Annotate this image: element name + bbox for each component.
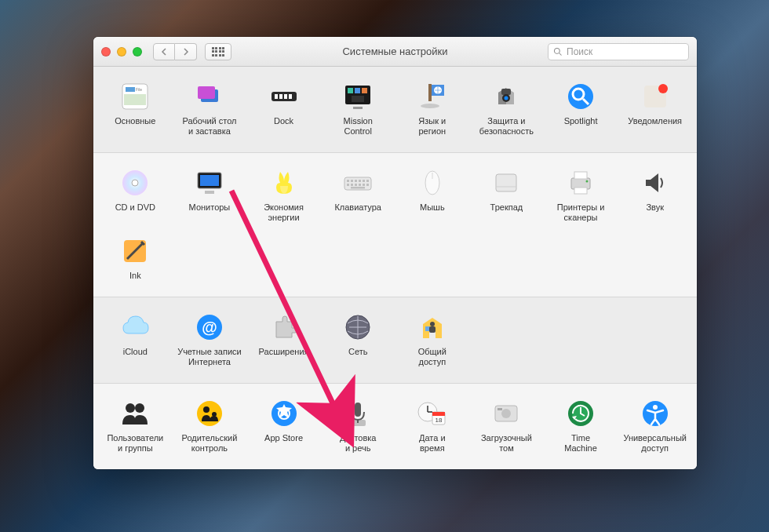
trackpad-icon <box>490 167 522 199</box>
language-region-icon <box>417 81 448 112</box>
svg-line-1 <box>559 53 562 55</box>
chevron-left-icon <box>161 48 167 56</box>
pref-dictation[interactable]: Диктовка и речь <box>321 395 395 457</box>
pref-users[interactable]: Пользователи и группы <box>98 395 173 457</box>
sharing-icon <box>417 312 448 343</box>
svg-rect-33 <box>200 175 219 186</box>
pref-energy[interactable]: Экономия энергии <box>246 164 321 226</box>
pref-label: Ink <box>129 271 141 281</box>
pref-parental[interactable]: Родительский контроль <box>173 395 247 457</box>
pref-label: iCloud <box>123 347 148 357</box>
svg-point-56 <box>586 180 589 183</box>
svg-rect-36 <box>347 180 349 182</box>
pref-extensions[interactable]: Расширения <box>246 308 321 370</box>
svg-rect-73 <box>355 403 361 417</box>
zoom-button[interactable] <box>133 47 142 56</box>
pref-cddvd[interactable]: CD и DVD <box>98 164 173 226</box>
svg-rect-44 <box>355 184 357 186</box>
pref-label: Уведомления <box>628 116 682 126</box>
svg-rect-10 <box>279 94 282 99</box>
pref-timemachine[interactable]: Time Machine <box>544 395 618 457</box>
accessibility-icon <box>640 398 671 429</box>
pref-language[interactable]: Язык и регион <box>395 78 470 140</box>
extensions-icon <box>268 312 300 343</box>
prefs-row-2: iCloud@Учетные записи ИнтернетаРасширени… <box>93 297 697 383</box>
energy-saver-icon <box>268 167 300 199</box>
svg-text:18: 18 <box>435 417 442 424</box>
show-all-button[interactable] <box>205 43 231 60</box>
pref-trackpad[interactable]: Трекпад <box>469 164 544 226</box>
pref-startup[interactable]: Загрузочный том <box>469 395 544 457</box>
parental-control-icon <box>194 398 225 429</box>
security-icon <box>490 81 522 112</box>
forward-button[interactable] <box>175 43 197 60</box>
pref-label: Сеть <box>348 347 367 357</box>
chevron-right-icon <box>183 48 189 56</box>
pref-mission[interactable]: Mission Control <box>321 78 395 140</box>
pref-label: Язык и регион <box>418 116 446 137</box>
svg-rect-45 <box>359 184 361 186</box>
search-input[interactable] <box>567 46 683 57</box>
svg-rect-39 <box>359 180 361 182</box>
svg-rect-9 <box>275 94 278 99</box>
close-button[interactable] <box>101 47 111 56</box>
general-icon: File <box>119 81 151 112</box>
pref-general[interactable]: FileОсновные <box>98 78 173 140</box>
back-button[interactable] <box>153 43 175 60</box>
pref-label: Защита и безопасность <box>479 116 534 137</box>
pref-displays[interactable]: Мониторы <box>173 164 247 226</box>
pref-label: Dock <box>274 116 293 126</box>
pref-label: Основные <box>115 116 155 126</box>
svg-rect-40 <box>363 180 365 182</box>
pref-spotlight[interactable]: Spotlight <box>544 78 618 140</box>
pref-label: Принтеры и сканеры <box>557 202 605 223</box>
minimize-button[interactable] <box>117 47 126 56</box>
svg-rect-3 <box>126 87 135 92</box>
svg-rect-15 <box>355 88 360 93</box>
pref-ink[interactable]: Ink <box>98 232 173 284</box>
svg-rect-54 <box>574 172 587 179</box>
pref-security[interactable]: Защита и безопасность <box>469 78 544 140</box>
desktop-wallpaper: Системные настройки FileОсновныеРабочий … <box>0 0 769 532</box>
pref-internet[interactable]: @Учетные записи Интернета <box>173 308 247 370</box>
svg-rect-38 <box>355 180 357 182</box>
prefs-row-0: FileОсновныеРабочий стол и заставкаDockM… <box>93 67 697 152</box>
titlebar: Системные настройки <box>93 37 697 67</box>
svg-point-0 <box>555 48 560 53</box>
prefs-grid: CD и DVDМониторыЭкономия энергииКлавиату… <box>98 164 692 226</box>
svg-rect-79 <box>432 412 445 416</box>
svg-point-21 <box>421 104 439 108</box>
pref-dock[interactable]: Dock <box>246 78 321 140</box>
svg-rect-41 <box>366 180 369 182</box>
pref-icloud[interactable]: iCloud <box>98 308 173 370</box>
pref-keyboard[interactable]: Клавиатура <box>321 164 395 226</box>
pref-sound[interactable]: Звук <box>618 164 692 226</box>
pref-label: Экономия энергии <box>264 202 304 223</box>
pref-sharing[interactable]: Общий доступ <box>395 308 470 370</box>
network-icon <box>342 312 374 343</box>
pref-desktop[interactable]: Рабочий стол и заставка <box>173 78 247 140</box>
svg-point-82 <box>501 409 511 418</box>
pref-notifications[interactable]: Уведомления <box>618 78 692 140</box>
pref-network[interactable]: Сеть <box>321 308 395 370</box>
pref-printers[interactable]: Принтеры и сканеры <box>544 164 618 226</box>
pref-accessibility[interactable]: Универсальный доступ <box>618 395 692 457</box>
pref-datetime[interactable]: 18Дата и время <box>395 395 470 457</box>
pref-appstore[interactable]: App Store <box>246 395 321 457</box>
svg-rect-64 <box>429 326 436 333</box>
pref-label: Клавиатура <box>334 202 381 213</box>
time-machine-icon <box>565 398 596 429</box>
prefs-grid: Пользователи и группыРодительский контро… <box>98 395 692 457</box>
search-field[interactable] <box>548 43 689 60</box>
svg-text:File: File <box>136 87 142 92</box>
pref-label: Учетные записи Интернета <box>177 347 242 367</box>
pref-label: Загрузочный том <box>481 433 532 454</box>
dock-icon <box>268 81 300 112</box>
sound-icon <box>640 167 671 199</box>
svg-rect-17 <box>352 96 364 102</box>
window-controls <box>101 47 142 56</box>
pref-mouse[interactable]: Мышь <box>395 164 470 226</box>
pref-label: Spotlight <box>564 116 598 126</box>
mouse-icon <box>417 167 448 199</box>
mission-control-icon <box>342 81 374 112</box>
